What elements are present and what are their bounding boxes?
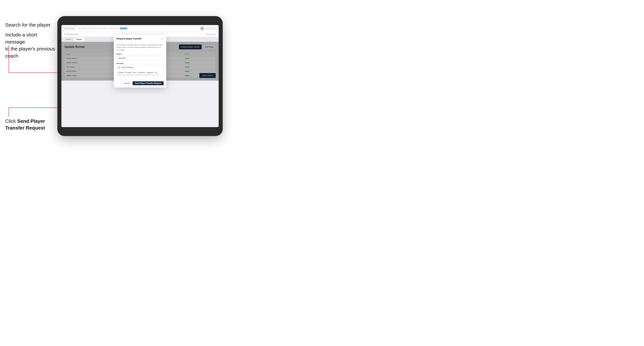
- modal-close-button[interactable]: ×: [161, 37, 164, 40]
- settings-link[interactable]: [205, 33, 216, 35]
- arrow-top-vertical: [8, 45, 9, 73]
- header-nav: [78, 27, 127, 29]
- app-logo: [64, 27, 75, 30]
- modal-header: Request player transfer ×: [114, 35, 166, 42]
- header-right: [200, 26, 216, 30]
- tab-roster-1[interactable]: Roster: [64, 38, 73, 41]
- tablet-screen: Roster Roster Update Roster Request play…: [62, 25, 219, 127]
- modal-overlay: Request player transfer × If the player …: [62, 42, 219, 81]
- modal-body: If the player is transferring from anoth…: [114, 42, 166, 80]
- message-textarea[interactable]: Hi Coach McHarg, Please accept this tran…: [116, 65, 164, 75]
- nav-item-2[interactable]: [88, 27, 98, 29]
- modal-footer: Cancel Send Player Transfer Request: [114, 80, 166, 87]
- arrow-bottom-vertical-1: [8, 108, 9, 116]
- nav-item-1[interactable]: [78, 27, 87, 29]
- modal-title: Request player transfer: [116, 37, 142, 40]
- annotation-click-text: Click Send Player Transfer Request: [5, 118, 56, 131]
- message-field-label: Message: [116, 62, 164, 64]
- send-transfer-request-button[interactable]: Send Player Transfer Request: [132, 81, 164, 85]
- player-search-input[interactable]: [116, 56, 164, 61]
- user-avatar: [200, 26, 204, 30]
- app-header: [62, 25, 219, 32]
- cancel-button[interactable]: Cancel: [122, 81, 131, 85]
- breadcrumb: [64, 33, 79, 35]
- main-content: Update Roster Request player transfer Ad…: [62, 42, 219, 81]
- header-action-btn[interactable]: [205, 27, 216, 30]
- transfer-request-modal: Request player transfer × If the player …: [114, 35, 166, 88]
- nav-item-4[interactable]: [109, 27, 119, 29]
- nav-item-3[interactable]: [99, 27, 108, 29]
- tab-roster-2[interactable]: Roster: [74, 38, 84, 41]
- tablet-frame: Roster Roster Update Roster Request play…: [58, 16, 222, 136]
- nav-item-5-active[interactable]: [120, 27, 127, 29]
- annotation-message-text: Include a short message to the player's …: [5, 31, 56, 60]
- player-field-label: Player: [116, 53, 164, 55]
- modal-description: If the player is transferring from anoth…: [116, 44, 164, 51]
- annotation-search-text: Search for the player.: [5, 21, 52, 28]
